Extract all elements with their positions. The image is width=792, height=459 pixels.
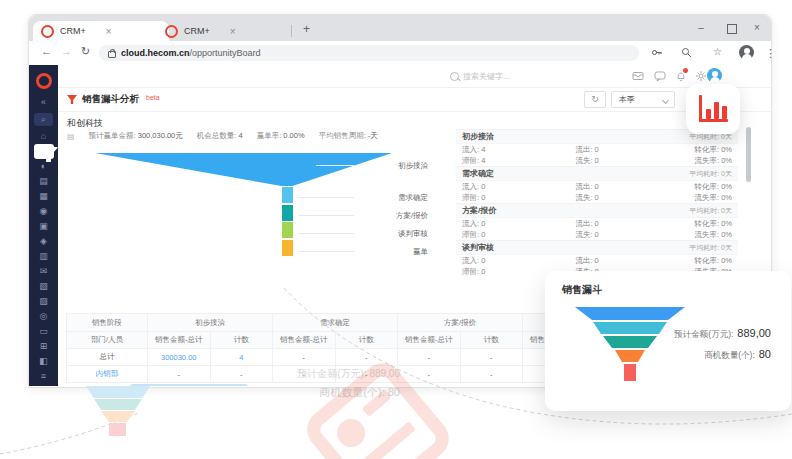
analytics-icon[interactable]: ⊞ [29, 339, 58, 354]
window-close-button[interactable]: × [747, 15, 767, 41]
table-cell[interactable]: 4 [210, 349, 273, 366]
funnel-label-line [298, 233, 354, 234]
app-sidebar: «⌕⌂◐▤▦◉▣◈▥✉▧▨◎▭⊞◧≡ [29, 65, 58, 386]
url-path: /opportunityBoard [190, 48, 261, 58]
funnel-label-line [298, 197, 354, 198]
reload-icon[interactable]: ↻ [81, 45, 90, 58]
funnel-stage-shape [95, 153, 392, 186]
funnel-stage-label: 初步接洽 [358, 161, 428, 171]
search-input[interactable] [461, 68, 595, 85]
funnel-label-line [298, 251, 354, 252]
period-select[interactable]: 本季 [611, 91, 675, 108]
stage-stats-section: 需求确定平均耗时: 0天流入: 0流出: 0转化率: 0%滞留: 0流失: 0流… [456, 166, 738, 203]
table-cell: - [148, 366, 211, 383]
summary-list-icon: ▤ [67, 132, 75, 141]
password-key-icon[interactable] [651, 47, 662, 60]
files-icon[interactable]: ▭ [29, 324, 58, 339]
opportunity-icon[interactable]: ◉ [29, 204, 58, 219]
zoom-icon[interactable] [681, 47, 692, 60]
schedule-icon[interactable]: ◐ [29, 159, 58, 174]
apps-icon[interactable]: ▦ [29, 189, 58, 204]
window-maximize-button[interactable] [727, 24, 737, 34]
mail-icon[interactable]: ✉ [29, 264, 58, 279]
table-cell[interactable]: 300030.00 [148, 349, 211, 366]
table-subheader-count: 计数 [210, 332, 273, 349]
contacts-icon[interactable]: ◎ [29, 309, 58, 324]
settings-icon[interactable]: ◧ [29, 354, 58, 369]
back-icon[interactable]: ← [41, 45, 52, 57]
dashboard-icon[interactable]: ▨ [29, 294, 58, 309]
row-name[interactable]: 内销部 [67, 366, 148, 383]
chart-icon-card[interactable] [686, 84, 740, 134]
forward-icon[interactable]: → [61, 45, 72, 57]
chat-icon[interactable] [654, 70, 666, 82]
card-funnel-chart [575, 307, 687, 387]
sales-funnel-icon[interactable] [29, 144, 58, 159]
table-cell: - [398, 366, 461, 383]
stage-stats-section: 方案/报价平均耗时: 0天流入: 0流出: 0转化率: 0%滞留: 0流失: 0… [456, 203, 738, 240]
bookmark-star-icon[interactable]: ☆ [713, 46, 722, 57]
metric-count: 商机数量(个):80 [704, 344, 771, 362]
vertical-scrollbar-thumb[interactable] [746, 127, 751, 182]
funnel-stage-shape [282, 187, 293, 203]
board-icon[interactable]: ▣ [29, 219, 58, 234]
summary-item: 平均销售周期: -天 [319, 131, 378, 141]
tab-close-icon-2[interactable]: × [230, 26, 236, 37]
inbox-icon[interactable] [632, 70, 644, 82]
table-group-header: 方案/报价 [398, 314, 523, 332]
funnel-stage-shape [282, 205, 293, 221]
home-icon[interactable]: ⌂ [29, 129, 58, 144]
stage-stats-row: 流入: 0流出: 0转化率: 0% [456, 181, 738, 192]
tab-title-2: CRM+ [184, 26, 210, 36]
new-tab-button[interactable]: + [303, 22, 310, 36]
funnel-stage-label: 需求确定 [358, 193, 428, 203]
crm-favicon [41, 25, 54, 38]
stage-stats-section: 初步接洽平均耗时: 0天流入: 4流出: 0转化率: 0%滞留: 4流失: 0流… [456, 129, 738, 166]
funnel-stage-label: 谈判审核 [358, 229, 428, 239]
funnel-label-line [298, 215, 354, 216]
bar-chart-icon [699, 95, 702, 122]
summary-stats: ▤预计赢单金额: 300,030.00元机会总数量: 4赢单率: 0.00%平均… [67, 131, 378, 141]
crm-favicon-2 [165, 25, 178, 38]
url-host: cloud.hecom.cn [121, 48, 190, 58]
notification-badge [683, 68, 688, 73]
stage-stats-row: 流入: 0流出: 0转化率: 0% [456, 255, 738, 266]
card-funnel-layer [603, 336, 657, 348]
row-name: 总计 [67, 349, 148, 366]
reports-icon[interactable]: ▧ [29, 279, 58, 294]
sidebar-search-icon[interactable]: ⌕ [29, 112, 58, 127]
browser-tab-active[interactable]: CRM+ × [33, 21, 169, 41]
table-group-header: 需求确定 [273, 314, 398, 332]
browser-menu-icon[interactable]: ⋮ [765, 47, 776, 60]
user-avatar[interactable] [707, 68, 722, 83]
card-funnel-layer [624, 364, 636, 381]
table-subheader-amount: 销售金额-总计 [398, 332, 461, 349]
table-subheader-amount: 销售金额-总计 [273, 332, 336, 349]
table-cell: - [210, 366, 273, 383]
orders-icon[interactable]: ▥ [29, 249, 58, 264]
tab-close-icon[interactable]: × [106, 26, 112, 37]
products-icon[interactable]: ◈ [29, 234, 58, 249]
browser-tab-2[interactable]: CRM+ × [157, 21, 293, 41]
browser-tabstrip: CRM+ × CRM+ × + – × [29, 15, 771, 41]
table-cell: - [335, 366, 398, 383]
funnel-stage-shape [282, 240, 293, 256]
stage-stats-header: 需求确定平均耗时: 0天 [456, 166, 738, 181]
customers-icon[interactable]: ▤ [29, 174, 58, 189]
horizontal-scrollbar-thumb[interactable] [130, 384, 248, 386]
browser-profile-avatar[interactable] [739, 45, 754, 60]
collapse-sidebar-icon[interactable]: « [29, 95, 58, 110]
gear-icon[interactable] [695, 70, 707, 82]
table-subheader-count: 计数 [335, 332, 398, 349]
summary-item: 赢单率: 0.00% [257, 131, 305, 141]
table-cell: - [460, 349, 523, 366]
refresh-button[interactable]: ↻ [584, 91, 606, 108]
stage-stats-row: 滞留: 0流失: 0流失率: 0% [456, 192, 738, 203]
window-minimize-button[interactable]: – [691, 15, 711, 41]
company-name: 和创科技 [67, 117, 103, 130]
stage-stats-row: 流入: 0流出: 0转化率: 0% [456, 218, 738, 229]
url-omnibox[interactable]: cloud.hecom.cn/opportunityBoard [99, 45, 639, 61]
more-icon[interactable]: ≡ [29, 369, 58, 384]
table-group-header: 初步接洽 [148, 314, 273, 332]
table-cell: - [398, 349, 461, 366]
